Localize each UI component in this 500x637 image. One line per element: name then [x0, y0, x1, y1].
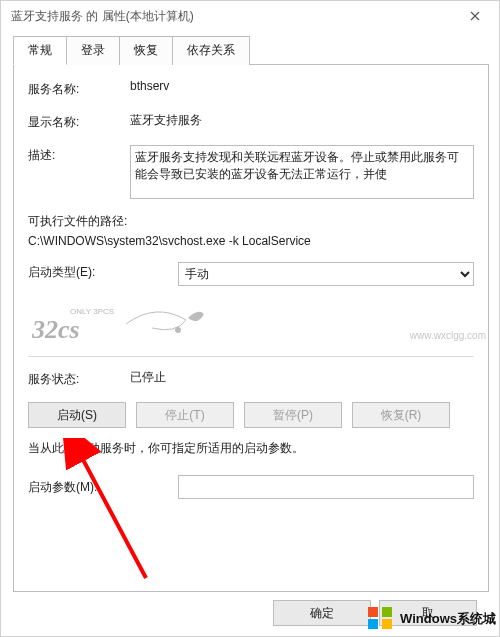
svg-rect-5 — [382, 607, 392, 617]
watermark-image: ONLY 3PCS 32cs — [28, 300, 474, 348]
ok-button[interactable]: 确定 — [273, 600, 371, 626]
windows-logo-icon — [368, 607, 396, 631]
tab-logon[interactable]: 登录 — [66, 36, 120, 65]
description-label: 描述: — [28, 145, 130, 164]
brand-overlay: Windows系统城 — [364, 605, 500, 633]
close-button[interactable] — [455, 2, 495, 30]
tab-recovery[interactable]: 恢复 — [119, 36, 173, 65]
svg-rect-4 — [368, 607, 378, 617]
separator — [28, 356, 474, 357]
window-title: 蓝牙支持服务 的 属性(本地计算机) — [11, 8, 455, 25]
svg-point-2 — [175, 327, 181, 333]
close-icon — [470, 11, 480, 21]
row-description: 描述: 蓝牙服务支持发现和关联远程蓝牙设备。停止或禁用此服务可能会导致已安装的蓝… — [28, 145, 474, 199]
exe-path-label: 可执行文件的路径: — [28, 213, 474, 230]
titlebar: 蓝牙支持服务 的 属性(本地计算机) — [1, 1, 499, 31]
tab-logon-label: 登录 — [81, 43, 105, 57]
exe-path-value: C:\WINDOWS\system32\svchost.exe -k Local… — [28, 234, 474, 248]
svg-rect-6 — [368, 619, 378, 629]
brand-text: Windows系统城 — [400, 610, 496, 628]
start-params-note: 当从此处启动服务时，你可指定所适用的启动参数。 — [28, 440, 474, 457]
start-button[interactable]: 启动(S) — [28, 402, 126, 428]
tab-panel-general: 服务名称: bthserv 显示名称: 蓝牙支持服务 描述: 蓝牙服务支持发现和… — [13, 64, 489, 592]
watermark-url: www.wxclgg.com — [410, 330, 486, 341]
tab-dependencies-label: 依存关系 — [187, 43, 235, 57]
row-display-name: 显示名称: 蓝牙支持服务 — [28, 112, 474, 131]
tab-dependencies[interactable]: 依存关系 — [172, 36, 250, 65]
row-service-name: 服务名称: bthserv — [28, 79, 474, 98]
start-params-input[interactable] — [178, 475, 474, 499]
tab-general-label: 常规 — [28, 43, 52, 57]
pause-button: 暂停(P) — [244, 402, 342, 428]
exe-path-block: 可执行文件的路径: C:\WINDOWS\system32\svchost.ex… — [28, 213, 474, 248]
service-name-label: 服务名称: — [28, 79, 130, 98]
service-control-buttons: 启动(S) 停止(T) 暂停(P) 恢复(R) — [28, 402, 474, 428]
tab-general[interactable]: 常规 — [13, 36, 67, 65]
row-start-params: 启动参数(M): — [28, 475, 474, 499]
service-status-value: 已停止 — [130, 369, 474, 386]
service-status-label: 服务状态: — [28, 369, 130, 388]
description-textarea[interactable]: 蓝牙服务支持发现和关联远程蓝牙设备。停止或禁用此服务可能会导致已安装的蓝牙设备无… — [130, 145, 474, 199]
stop-button: 停止(T) — [136, 402, 234, 428]
startup-type-select[interactable]: 手动 — [178, 262, 474, 286]
display-name-value: 蓝牙支持服务 — [130, 112, 474, 129]
row-startup-type: 启动类型(E): 手动 — [28, 262, 474, 286]
start-params-label: 启动参数(M): — [28, 479, 178, 496]
startup-type-label: 启动类型(E): — [28, 262, 178, 281]
tabs: 常规 登录 恢复 依存关系 — [13, 35, 489, 64]
row-service-status: 服务状态: 已停止 — [28, 369, 474, 388]
resume-button: 恢复(R) — [352, 402, 450, 428]
properties-dialog: 蓝牙支持服务 的 属性(本地计算机) 常规 登录 恢复 依存关系 服务名称: b… — [0, 0, 500, 637]
tab-recovery-label: 恢复 — [134, 43, 158, 57]
service-name-value: bthserv — [130, 79, 474, 93]
svg-rect-7 — [382, 619, 392, 629]
svg-text:32cs: 32cs — [31, 315, 80, 344]
display-name-label: 显示名称: — [28, 112, 130, 131]
